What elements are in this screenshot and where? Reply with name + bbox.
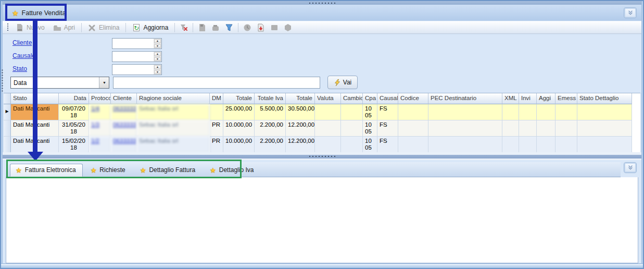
causale-input[interactable] <box>112 52 154 62</box>
stato-spin-down-icon[interactable]: ▼ <box>154 70 161 75</box>
cell-stato_dettaglio[interactable] <box>577 137 632 152</box>
cell-ragione_sociale[interactable]: Sebac Italia srl <box>137 104 210 120</box>
elimina-button[interactable]: Elimina <box>84 22 123 33</box>
cell-stato[interactable]: Dati Mancanti <box>11 137 59 152</box>
cell-causale[interactable]: FS <box>377 137 398 152</box>
cell-causale[interactable]: FS <box>377 104 398 120</box>
cell-totale_doc[interactable]: 12.200,00 <box>286 137 315 152</box>
tab-richieste[interactable]: ★Richieste <box>85 164 132 177</box>
collapse-detail-button[interactable] <box>624 162 637 173</box>
cell-xml[interactable] <box>502 104 519 120</box>
column-header-codice[interactable]: Codice <box>398 93 428 104</box>
table-row[interactable]: Dati Mancanti15/02/20181/20633333Sebac I… <box>4 137 636 152</box>
tab-fattura-elettronica[interactable]: ★Fattura Elettronica <box>10 164 83 177</box>
cell-pec[interactable] <box>428 137 502 152</box>
column-header-valuta[interactable]: Valuta <box>315 93 341 104</box>
nuovo-button[interactable]: Nuovo <box>11 22 49 33</box>
cell-emess[interactable] <box>555 104 577 120</box>
cell-cpa[interactable]: 1005 <box>363 137 377 152</box>
cell-data[interactable]: 31/05/2018 <box>59 120 89 137</box>
cliente-input[interactable] <box>112 39 154 48</box>
column-header-totale_doc[interactable]: Totale <box>286 93 315 104</box>
causale-spin-up-icon[interactable]: ▲ <box>154 52 161 56</box>
current-row-arrow-icon[interactable]: ▶ <box>4 104 11 120</box>
cell-invi[interactable] <box>519 104 537 120</box>
combo-dropdown-arrow-icon[interactable]: ▼ <box>99 77 109 88</box>
apri-button[interactable]: Apri <box>49 22 79 33</box>
aggiorna-button[interactable]: ↻ Aggiorna <box>128 22 172 33</box>
cell-data[interactable]: 15/02/2018 <box>59 137 89 152</box>
cell-protocollo[interactable]: 1/4 <box>89 104 111 120</box>
column-header-dm[interactable]: DM <box>210 93 223 104</box>
cell-totale[interactable]: 10.000,00 <box>223 137 255 152</box>
cell-stato[interactable]: Dati Mancanti <box>11 104 59 120</box>
cell-aggi[interactable] <box>537 120 555 137</box>
row-selector[interactable] <box>4 120 11 137</box>
cell-emess[interactable] <box>555 120 577 137</box>
tab-dettaglio-fattura[interactable]: ★Dettaglio Fattura <box>134 164 202 177</box>
causale-spin-down-icon[interactable]: ▼ <box>154 57 161 62</box>
cell-dm[interactable]: PR <box>210 137 223 152</box>
export-pdf-button[interactable] <box>254 22 268 33</box>
column-header-invi[interactable]: Invi <box>519 93 537 104</box>
horizontal-splitter-handle[interactable] <box>3 152 641 160</box>
cell-valuta[interactable] <box>315 104 341 120</box>
clear-filter-button[interactable] <box>177 22 191 33</box>
toolbar-grip-icon[interactable] <box>7 23 9 32</box>
cell-totale[interactable]: 10.000,00 <box>223 120 255 137</box>
stato-spin-up-icon[interactable]: ▲ <box>154 65 161 69</box>
cell-valuta[interactable] <box>315 120 341 137</box>
cell-protocollo[interactable]: 1/2 <box>89 137 111 152</box>
cell-stato[interactable]: Dati Mancanti <box>11 120 59 137</box>
cell-totale_doc[interactable]: 30.500,00 <box>286 104 315 120</box>
filter-button[interactable] <box>222 22 236 33</box>
cell-emess[interactable] <box>555 137 577 152</box>
cell-xml[interactable] <box>502 120 519 137</box>
cell-cambio[interactable] <box>341 120 363 137</box>
column-header-emess[interactable]: Emess <box>555 93 577 104</box>
cell-cpa[interactable]: 1005 <box>363 120 377 137</box>
collapse-header-button[interactable] <box>624 7 637 18</box>
print-button[interactable] <box>209 22 222 33</box>
cell-dm[interactable]: PR <box>210 120 223 137</box>
cell-codice[interactable] <box>398 104 428 120</box>
column-header-ragione_sociale[interactable]: Ragione sociale <box>137 93 210 104</box>
cell-cliente[interactable]: 0633333 <box>111 104 137 120</box>
cell-valuta[interactable] <box>315 137 341 152</box>
history-button[interactable] <box>241 22 254 33</box>
column-header-cpa[interactable]: Cpa <box>363 93 377 104</box>
row-selector-header[interactable] <box>4 93 11 104</box>
causale-link[interactable]: Causale <box>12 52 35 59</box>
cell-ragione_sociale[interactable]: Sebac Italia srl <box>137 137 210 152</box>
cell-cliente[interactable]: 0633333 <box>111 120 137 137</box>
column-header-stato_dettaglio[interactable]: Stato Dettaglio <box>577 93 632 104</box>
stato-link[interactable]: Stato <box>12 65 27 72</box>
stato-input[interactable] <box>112 65 154 75</box>
cell-codice[interactable] <box>398 137 428 152</box>
cliente-spin-up-icon[interactable]: ▲ <box>154 39 161 43</box>
cell-cliente[interactable]: 0633333 <box>111 137 137 152</box>
cell-protocollo[interactable]: 1/3 <box>89 120 111 137</box>
column-header-totale[interactable]: Totale <box>223 93 255 104</box>
column-header-causale[interactable]: Causale <box>377 93 398 104</box>
cell-totale_iva[interactable]: 2.200,00 <box>255 137 286 152</box>
card-button[interactable] <box>268 22 281 33</box>
cell-totale_iva[interactable]: 2.200,00 <box>255 120 286 137</box>
cell-aggi[interactable] <box>537 137 555 152</box>
save-button[interactable] <box>195 22 209 33</box>
search-field-combobox[interactable]: Data ▼ <box>10 77 109 89</box>
column-header-stato[interactable]: Stato <box>11 93 59 104</box>
column-header-xml[interactable]: XML <box>502 93 519 104</box>
cell-pec[interactable] <box>428 120 502 137</box>
cell-stato_dettaglio[interactable] <box>577 120 632 137</box>
column-header-protocollo[interactable]: Protoco <box>89 93 111 104</box>
cell-data[interactable]: 09/07/2018 <box>59 104 89 120</box>
cell-invi[interactable] <box>519 137 537 152</box>
cell-stato_dettaglio[interactable] <box>577 104 632 120</box>
cell-xml[interactable] <box>502 137 519 152</box>
cell-totale_doc[interactable]: 12.200,00 <box>286 120 315 137</box>
cell-cambio[interactable] <box>341 104 363 120</box>
cell-ragione_sociale[interactable]: Sebac Italia srl <box>137 120 210 137</box>
cliente-link[interactable]: Cliente <box>12 39 32 46</box>
cell-totale[interactable]: 25.000,00 <box>223 104 255 120</box>
